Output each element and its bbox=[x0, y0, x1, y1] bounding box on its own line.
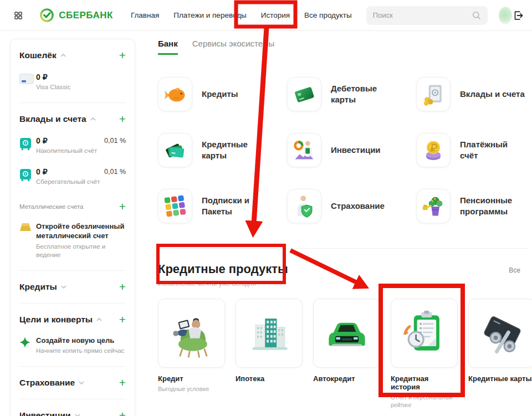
sidebar-section-deposits: Вклады и счета + 0 ₽ Накопительный счёт … bbox=[19, 103, 126, 271]
section-divider bbox=[158, 248, 529, 249]
user-avatar[interactable] bbox=[499, 7, 512, 24]
insurance-title: Страхование bbox=[19, 378, 75, 388]
bank-card-icon bbox=[19, 74, 34, 84]
credits-title: Кредиты bbox=[19, 282, 57, 292]
add-wallet-button[interactable]: + bbox=[119, 50, 126, 60]
sberbank-online-page: { "header": { "logo_text": "СБЕРБАНК", "… bbox=[0, 0, 532, 416]
sberbank-logo[interactable]: СБЕРБАНК bbox=[39, 8, 113, 23]
wallet-section-header[interactable]: Кошелёк + bbox=[19, 50, 126, 60]
goals-title: Цели и конверты bbox=[19, 315, 93, 325]
main-nav: Главная Платежи и переводы История Все п… bbox=[131, 11, 352, 19]
goals-section-header[interactable]: Цели и конверты + bbox=[19, 315, 126, 325]
nav-item-history[interactable]: История bbox=[261, 11, 290, 19]
card-label: Кредит bbox=[158, 374, 225, 383]
credit-products-subtitle: Исполнение мечты уже сегодня bbox=[158, 280, 530, 287]
credit-cards-illustration bbox=[475, 306, 529, 361]
safe-icon bbox=[19, 137, 32, 151]
credit-products-all-link[interactable]: Все bbox=[509, 266, 520, 274]
chevron-up-icon bbox=[60, 54, 66, 57]
card-label: Кредитная история bbox=[391, 374, 458, 391]
tile-credits[interactable]: Кредиты bbox=[158, 66, 287, 122]
sberbank-logo-icon bbox=[39, 8, 54, 23]
deposit-account-row[interactable]: 0 ₽ Накопительный счёт 0,01 % bbox=[19, 136, 126, 155]
safe-icon bbox=[19, 168, 32, 182]
logout-icon bbox=[512, 9, 524, 22]
card-auto-credit[interactable]: Автокредит bbox=[313, 299, 380, 409]
credit-products-title: Кредитные продукты bbox=[158, 262, 530, 276]
card-label: Автокредит bbox=[313, 374, 380, 383]
card-credit-history[interactable]: Кредитная история Отчёт и персональный р… bbox=[391, 299, 458, 409]
goal-offer-title: Создайте новую цель bbox=[36, 336, 125, 346]
products-tabs: Банк Сервисы экосистемы bbox=[158, 39, 530, 55]
top-header: СБЕРБАНК Главная Платежи и переводы Исто… bbox=[0, 0, 532, 31]
deposit-amount: 0 ₽ bbox=[36, 167, 100, 176]
card-mortgage[interactable]: Ипотека bbox=[236, 299, 303, 409]
product-tiles-grid: Кредиты Дебетовые карты bbox=[158, 66, 530, 234]
goal-sparkle-icon bbox=[19, 337, 30, 348]
add-deposit-button[interactable]: + bbox=[119, 114, 126, 124]
deposit-account-row[interactable]: 0 ₽ Сберегательный счёт 0,01 % bbox=[19, 167, 126, 186]
tile-pension-programs[interactable]: Пенсионные программы bbox=[416, 178, 530, 234]
accounts-sidebar: Кошелёк + 0 ₽ Visa Classic Вклад bbox=[10, 39, 135, 416]
metal-offer-title: Откройте обезличенный металлический счет bbox=[36, 222, 126, 241]
card-label: Ипотека bbox=[236, 374, 303, 383]
card-credit[interactable]: Кредит Выгодные условия bbox=[158, 299, 225, 409]
credit-products-header: Кредитные продукты Исполнение мечты уже … bbox=[158, 262, 530, 287]
add-metal-account-button[interactable]: + bbox=[119, 202, 126, 212]
logout-button[interactable] bbox=[512, 9, 524, 22]
goldfish-icon bbox=[163, 82, 187, 106]
wallet-card-name: Visa Classic bbox=[36, 83, 70, 91]
debit-card-icon bbox=[292, 82, 316, 106]
add-insurance-button[interactable]: + bbox=[119, 378, 126, 388]
wallet-card-item[interactable]: 0 ₽ Visa Classic bbox=[19, 73, 126, 91]
deposit-rate: 0,01 % bbox=[104, 136, 126, 145]
add-goal-button[interactable]: + bbox=[119, 315, 126, 325]
metal-accounts-header[interactable]: Металлические счета + bbox=[19, 202, 126, 212]
card-credit-cards[interactable]: Кредитные карты bbox=[468, 299, 532, 409]
tile-credit-cards[interactable]: Кредитные карты bbox=[158, 122, 287, 178]
add-credit-button[interactable]: + bbox=[119, 282, 126, 292]
ruble-coin-icon bbox=[421, 138, 446, 162]
metal-offer-item[interactable]: Откройте обезличенный металлический счет… bbox=[19, 222, 126, 259]
deposits-section-header[interactable]: Вклады и счета + bbox=[19, 114, 126, 124]
tile-debit-cards[interactable]: Дебетовые карты bbox=[287, 66, 416, 122]
nav-item-all-products[interactable]: Все продукты bbox=[304, 11, 352, 19]
credits-section-header[interactable]: Кредиты + bbox=[19, 282, 126, 292]
goal-offer-subtitle: Начните копить прямо сейчас bbox=[36, 347, 125, 355]
sidebar-section-insurance: Страхование + bbox=[19, 367, 126, 399]
insurance-section-header[interactable]: Страхование + bbox=[19, 378, 126, 388]
shield-person-icon bbox=[292, 194, 316, 218]
credit-illustration bbox=[165, 306, 218, 361]
apps-grid-icon[interactable] bbox=[14, 9, 23, 22]
credit-cards-fan-icon bbox=[163, 138, 187, 162]
credit-history-illustration bbox=[398, 306, 451, 361]
tile-payment-account[interactable]: Платёжный счёт bbox=[416, 122, 530, 178]
sidebar-section-investments: Инвестиции + bbox=[19, 399, 126, 416]
sidebar-section-goals: Цели и конверты + Создайте новую цель На… bbox=[19, 304, 126, 367]
tile-subscriptions[interactable]: Подписки и Пакеты bbox=[158, 178, 287, 234]
tile-insurance[interactable]: Страхование bbox=[287, 178, 416, 234]
tile-investments[interactable]: Инвестиции bbox=[287, 122, 416, 178]
nav-item-payments[interactable]: Платежи и переводы bbox=[173, 11, 246, 19]
tab-ecosystem-services[interactable]: Сервисы экосистемы bbox=[192, 39, 275, 53]
tile-label: Пенсионные программы bbox=[460, 195, 526, 217]
tile-label: Дебетовые карты bbox=[331, 83, 397, 105]
metal-offer-subtitle: Бесплатное открытие и ведение bbox=[36, 243, 126, 259]
sidebar-section-wallet: Кошелёк + 0 ₽ Visa Classic bbox=[19, 39, 126, 103]
tile-label: Кредитные карты bbox=[202, 139, 268, 161]
chevron-up-icon bbox=[96, 318, 102, 321]
add-investment-button[interactable]: + bbox=[119, 410, 126, 416]
goal-offer-item[interactable]: Создайте новую цель Начните копить прямо… bbox=[19, 336, 126, 355]
search-icon[interactable] bbox=[472, 11, 481, 20]
tile-label: Подписки и Пакеты bbox=[202, 195, 268, 217]
tab-bank[interactable]: Банк bbox=[158, 39, 178, 55]
tile-label: Страхование bbox=[331, 201, 385, 212]
logo-text: СБЕРБАНК bbox=[59, 10, 113, 21]
chevron-down-icon bbox=[61, 285, 66, 289]
search-input[interactable] bbox=[373, 11, 473, 19]
tile-label: Кредиты bbox=[202, 89, 238, 100]
nav-item-home[interactable]: Главная bbox=[131, 11, 159, 19]
tile-deposits-accounts[interactable]: Вклады и счета bbox=[416, 66, 530, 122]
credit-products-cards: Кредит Выгодные условия bbox=[158, 299, 530, 409]
investments-section-header[interactable]: Инвестиции + bbox=[19, 410, 126, 416]
